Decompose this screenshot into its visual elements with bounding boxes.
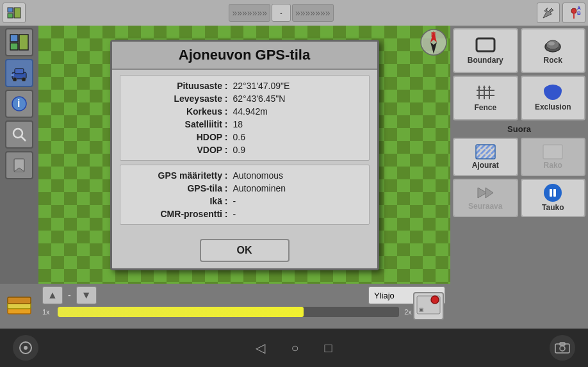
speed-1x: 1x bbox=[42, 308, 55, 316]
svg-point-49 bbox=[24, 346, 28, 350]
dash-label: - bbox=[68, 290, 71, 300]
exclusion-btn[interactable]: Exclusion bbox=[521, 76, 586, 120]
sidebar-info-btn[interactable]: i bbox=[5, 90, 33, 118]
svg-point-12 bbox=[13, 77, 17, 81]
top-toolbar: »»»»»»» - »»»»»»» A B bbox=[0, 0, 588, 26]
bottom-bar-content: ▲ - ▼ Yliajo ▼ 1x 2x 3x 4x bbox=[42, 286, 445, 317]
system-nav: ◁ ○ □ bbox=[256, 340, 332, 355]
dialog-overlay: Ajoneuvon GPS-tila Pituusaste :22°31'47.… bbox=[38, 26, 450, 284]
svg-rect-44 bbox=[8, 297, 31, 304]
panel-row-3: Ajourat Rako bbox=[453, 138, 585, 176]
sidebar-map-btn[interactable] bbox=[5, 28, 33, 56]
toolbar-center: »»»»»»» - »»»»»»» bbox=[26, 4, 537, 22]
dialog-row: CMR-prosentti :- bbox=[126, 208, 364, 220]
svg-line-18 bbox=[21, 136, 26, 141]
toolbar-right: A B bbox=[537, 3, 585, 23]
nav-up-btn[interactable]: ▲ bbox=[42, 286, 63, 304]
svg-text:B: B bbox=[577, 10, 581, 16]
svg-point-4 bbox=[571, 8, 576, 13]
svg-rect-41 bbox=[553, 189, 556, 197]
svg-rect-11 bbox=[15, 69, 24, 74]
pin-btn[interactable]: A B bbox=[562, 3, 585, 23]
seuraava-btn[interactable]: Seuraava bbox=[453, 179, 518, 217]
tools-btn[interactable] bbox=[537, 3, 560, 23]
svg-rect-14 bbox=[11, 74, 14, 76]
svg-marker-36 bbox=[488, 85, 491, 88]
arrow-strip-right: »»»»»»» bbox=[292, 4, 334, 22]
tauko-btn[interactable]: Tauko bbox=[521, 179, 586, 217]
svg-point-13 bbox=[22, 77, 26, 81]
exclusion-label: Exclusion bbox=[535, 102, 571, 111]
panel-row-1: Boundary Rock bbox=[453, 28, 585, 73]
svg-point-27 bbox=[548, 42, 555, 45]
dialog-section-1: Pituusaste :22°31'47.09"ELeveysaste :62°… bbox=[120, 75, 370, 161]
ok-button[interactable]: OK bbox=[200, 239, 290, 262]
arrow-strip-left: »»»»»»» bbox=[229, 4, 270, 22]
fence-label: Fence bbox=[474, 103, 496, 112]
record-btn[interactable]: ▣ bbox=[413, 292, 444, 320]
sidebar-search-btn[interactable] bbox=[5, 120, 33, 149]
dialog-section-2: GPS määritetty :AutonomousGPS-tila :Auto… bbox=[120, 165, 370, 225]
boundary-label: Boundary bbox=[468, 56, 503, 65]
dialog-row: HDOP :0.6 bbox=[126, 131, 364, 143]
dialog-row: Korkeus :44.942m bbox=[126, 105, 364, 118]
tauko-icon bbox=[544, 184, 562, 202]
rako-btn[interactable]: Rako bbox=[521, 138, 586, 176]
speed-track bbox=[58, 307, 399, 317]
speed-fill bbox=[58, 307, 304, 317]
svg-rect-40 bbox=[550, 189, 552, 197]
toolbar-map-btn[interactable] bbox=[3, 3, 26, 23]
layers-area bbox=[3, 286, 36, 326]
home-btn[interactable]: ○ bbox=[291, 341, 298, 355]
sidebar-bookmark-btn[interactable] bbox=[5, 151, 33, 179]
dialog-row: GPS määritetty :Autonomous bbox=[126, 169, 364, 182]
dialog-row: VDOP :0.9 bbox=[126, 143, 364, 156]
svg-marker-35 bbox=[483, 85, 486, 88]
minus-btn[interactable]: - bbox=[272, 4, 291, 22]
svg-rect-24 bbox=[477, 38, 494, 51]
svg-point-46 bbox=[431, 296, 439, 304]
back-btn[interactable]: ◁ bbox=[256, 340, 265, 355]
dialog-row: GPS-tila :Autonominen bbox=[126, 182, 364, 195]
recent-btn[interactable]: □ bbox=[325, 341, 332, 355]
layers-icon bbox=[6, 293, 32, 319]
panel-row-4: Seuraava Tauko bbox=[453, 179, 585, 217]
right-panel: Boundary Rock Fence bbox=[450, 26, 588, 329]
fence-btn[interactable]: Fence bbox=[453, 76, 518, 120]
rock-label: Rock bbox=[544, 56, 562, 65]
gps-dialog: Ajoneuvon GPS-tila Pituusaste :22°31'47.… bbox=[110, 40, 379, 270]
dialog-content: Pituusaste :22°31'47.09"ELeveysaste :62°… bbox=[112, 70, 377, 234]
svg-point-51 bbox=[560, 346, 565, 351]
ajourat-label: Ajourat bbox=[472, 161, 499, 170]
sidebar-vehicle-btn[interactable] bbox=[5, 59, 33, 87]
exclusion-icon bbox=[544, 85, 562, 100]
svg-rect-1 bbox=[8, 13, 13, 18]
svg-rect-37 bbox=[476, 145, 495, 159]
svg-text:▣: ▣ bbox=[419, 307, 424, 313]
bottom-bar: ▲ - ▼ Yliajo ▼ 1x 2x 3x 4x ▣ bbox=[0, 284, 450, 329]
seuraava-label: Seuraava bbox=[468, 202, 502, 211]
record-area: ▣ bbox=[409, 286, 448, 326]
system-menu-btn[interactable] bbox=[13, 335, 38, 361]
svg-rect-7 bbox=[10, 35, 18, 42]
rock-btn[interactable]: Rock bbox=[521, 28, 586, 73]
svg-rect-8 bbox=[10, 43, 18, 50]
svg-rect-2 bbox=[14, 8, 20, 18]
tauko-label: Tauko bbox=[542, 203, 564, 212]
dialog-row: Pituusaste :22°31'47.09"E bbox=[126, 79, 364, 92]
camera-btn[interactable] bbox=[550, 335, 575, 361]
svg-text:i: i bbox=[17, 98, 20, 109]
dialog-row: Satelliitit :18 bbox=[126, 118, 364, 131]
rako-label: Rako bbox=[544, 161, 562, 170]
nav-down-btn[interactable]: ▼ bbox=[76, 286, 97, 304]
speed-bar-area: 1x 2x 3x 4x bbox=[42, 307, 445, 317]
system-bar: ◁ ○ □ bbox=[0, 329, 588, 367]
panel-row-2: Fence Exclusion bbox=[453, 76, 585, 120]
svg-point-17 bbox=[13, 129, 22, 138]
dialog-title: Ajoneuvon GPS-tila bbox=[112, 42, 377, 70]
svg-rect-0 bbox=[8, 8, 13, 12]
ajourat-btn[interactable]: Ajourat bbox=[453, 138, 518, 176]
boundary-btn[interactable]: Boundary bbox=[453, 28, 518, 73]
svg-marker-34 bbox=[478, 85, 480, 88]
svg-rect-39 bbox=[543, 145, 562, 159]
